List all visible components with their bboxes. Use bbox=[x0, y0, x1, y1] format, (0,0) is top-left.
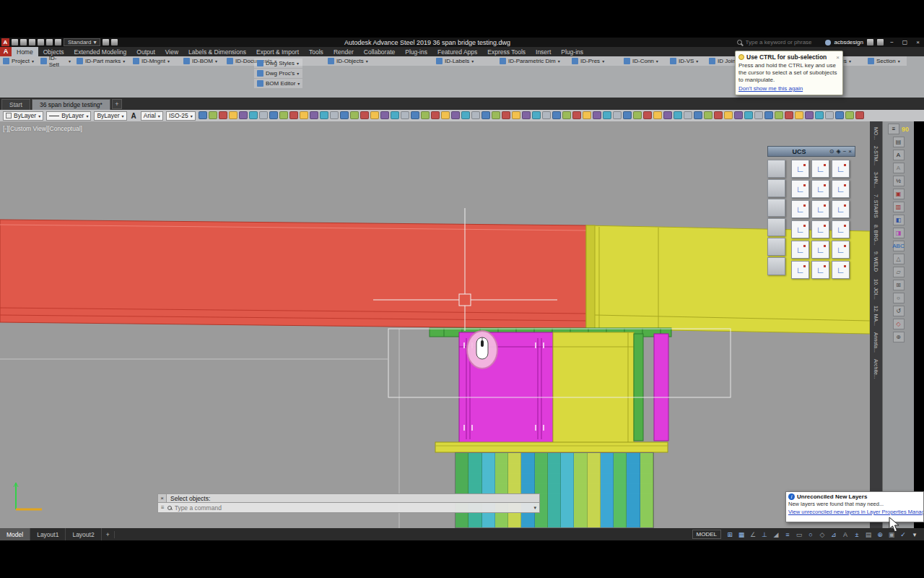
search-icon[interactable] bbox=[737, 40, 742, 45]
palette-tool-icon[interactable]: ◧ bbox=[893, 215, 905, 225]
toolbar-icon[interactable] bbox=[209, 111, 217, 119]
column-segment[interactable] bbox=[601, 453, 614, 527]
palette-tool-icon[interactable]: ◨ bbox=[893, 228, 905, 238]
ribbon-tab[interactable]: Home bbox=[12, 47, 38, 56]
toolbar-icon[interactable] bbox=[552, 111, 561, 119]
ribbon-tab[interactable]: Export & Import bbox=[251, 47, 304, 56]
ucs-tool-button[interactable]: ∟ bbox=[811, 220, 829, 238]
toolbar-icon[interactable] bbox=[512, 111, 520, 119]
toolbar-icon[interactable] bbox=[259, 111, 268, 119]
connection-plate-yellow[interactable] bbox=[553, 332, 634, 447]
close-icon[interactable]: × bbox=[836, 54, 840, 61]
close-button[interactable]: × bbox=[913, 39, 923, 46]
minimize-button[interactable]: − bbox=[887, 39, 897, 46]
toolbar-icon[interactable] bbox=[583, 111, 591, 119]
status-toggle-icon[interactable]: ≡ bbox=[783, 530, 793, 539]
toolbar-icon[interactable] bbox=[855, 111, 864, 119]
stiffener-magenta[interactable] bbox=[654, 334, 668, 441]
ucs-aux-button[interactable] bbox=[767, 199, 785, 217]
toolbar-icon[interactable] bbox=[492, 111, 500, 119]
status-toggle-icon[interactable]: ○ bbox=[806, 530, 816, 539]
signed-in-user[interactable]: acbsdesign bbox=[834, 39, 863, 46]
toolbar-icon[interactable] bbox=[522, 111, 531, 119]
ucs-tool-button[interactable]: ∟ bbox=[811, 200, 829, 218]
status-toggle-icon[interactable]: ◢ bbox=[771, 530, 781, 539]
status-toggle-icon[interactable]: ⊿ bbox=[829, 530, 839, 539]
ribbon-tab[interactable]: Labels & Dimensions bbox=[183, 47, 251, 56]
minimize-icon[interactable]: − bbox=[843, 148, 847, 155]
app-logo-icon[interactable]: A bbox=[1, 38, 9, 46]
ucs-tool-button[interactable]: ∟ bbox=[832, 241, 850, 259]
ucs-tool-button[interactable]: ∟ bbox=[791, 200, 809, 218]
toolbar-icon[interactable] bbox=[239, 111, 248, 119]
ucs-tool-button[interactable]: ∟ bbox=[791, 241, 809, 259]
toolbar-icon[interactable] bbox=[542, 111, 551, 119]
status-toggle-icon[interactable]: ⊕ bbox=[875, 530, 885, 539]
palette-tab[interactable]: 3-HN... bbox=[873, 172, 879, 188]
toolbar-icon[interactable] bbox=[229, 111, 237, 119]
toolbar-icon[interactable] bbox=[643, 111, 652, 119]
toolbar-icon[interactable] bbox=[421, 111, 430, 119]
dim-style-dropdown[interactable]: ISO-25 ▾ bbox=[166, 111, 196, 121]
pier-cap-strip[interactable] bbox=[435, 442, 668, 452]
ucs-tool-button[interactable]: ∟ bbox=[832, 200, 850, 218]
palette-tool-icon[interactable]: ABC bbox=[893, 241, 905, 251]
close-icon[interactable]: × bbox=[848, 148, 852, 155]
toolbar-icon[interactable] bbox=[623, 111, 632, 119]
ribbon-menu-row[interactable]: ID-VS ▾ bbox=[667, 56, 706, 66]
toolbar-icon[interactable] bbox=[724, 111, 733, 119]
command-input[interactable] bbox=[175, 504, 531, 512]
toolbar-icon[interactable] bbox=[391, 111, 399, 119]
palette-tab[interactable]: 9. WELD bbox=[873, 251, 879, 272]
toolbar-icon[interactable] bbox=[300, 111, 308, 119]
toolbar-icon[interactable] bbox=[714, 111, 723, 119]
toolbar-icon[interactable] bbox=[431, 111, 440, 119]
toolbar-icon[interactable] bbox=[795, 111, 803, 119]
drawing-canvas[interactable]: [-][Custom View][Conceptual] UCS ⊙ ◈ − ×… bbox=[0, 121, 870, 528]
toolbar-icon[interactable] bbox=[279, 111, 288, 119]
open-file-icon[interactable] bbox=[20, 39, 27, 46]
ribbon-menu-row[interactable]: ID-BOM ▾ bbox=[180, 56, 224, 66]
redo-icon[interactable] bbox=[55, 39, 61, 46]
ribbon-tab[interactable]: Tools bbox=[304, 47, 328, 56]
column-segment[interactable] bbox=[640, 453, 653, 527]
status-toggle-icon[interactable]: ▦ bbox=[736, 530, 746, 539]
toolbar-icon[interactable] bbox=[825, 111, 834, 119]
toolbar-icon[interactable] bbox=[734, 111, 743, 119]
ribbon-tab[interactable]: Objects bbox=[38, 47, 69, 56]
status-toggle-icon[interactable]: ◇ bbox=[817, 530, 827, 539]
toolbar-icon[interactable] bbox=[572, 111, 581, 119]
ribbon-tab[interactable]: Plug-ins bbox=[556, 47, 588, 56]
palette-tab[interactable]: MO... bbox=[873, 127, 879, 139]
toolbar-icon[interactable] bbox=[249, 111, 258, 119]
ribbon-menu-row[interactable]: ID-Conn ▾ bbox=[621, 56, 667, 66]
toolbar-icon[interactable] bbox=[785, 111, 793, 119]
chevron-down-icon[interactable]: ▾ bbox=[533, 505, 536, 511]
toolbar-icon[interactable] bbox=[704, 111, 712, 119]
ribbon-menu-row[interactable]: ID-Objects ▾ bbox=[325, 56, 433, 66]
workspace-dropdown[interactable]: Standard ▾ bbox=[64, 38, 100, 46]
ucs-aux-button[interactable] bbox=[767, 160, 785, 178]
girder-left[interactable] bbox=[0, 220, 586, 329]
ucs-tool-button[interactable]: ∟ bbox=[811, 180, 829, 198]
ucs-aux-button[interactable] bbox=[767, 257, 785, 275]
toolbar-icon[interactable] bbox=[461, 111, 470, 119]
toolbar-icon[interactable] bbox=[269, 111, 278, 119]
palette-tool-icon[interactable]: ▥ bbox=[893, 202, 905, 212]
ribbon-menu-row[interactable]: Dwg Proc's ▾ bbox=[254, 69, 302, 78]
pin-icon[interactable]: ◈ bbox=[837, 148, 841, 155]
palette-tool-icon[interactable]: △ bbox=[893, 254, 905, 264]
linetype-dropdown[interactable]: ByLayer ▾ bbox=[46, 111, 91, 121]
toolbar-icon[interactable] bbox=[320, 111, 328, 119]
status-toggle-icon[interactable]: A bbox=[840, 530, 850, 539]
ucs-tool-button[interactable]: ∟ bbox=[811, 261, 829, 279]
ucs-tool-button[interactable]: ∟ bbox=[791, 180, 809, 198]
save-icon[interactable] bbox=[29, 39, 35, 46]
toolbar-icon[interactable] bbox=[815, 111, 824, 119]
help-icon[interactable] bbox=[877, 39, 884, 46]
ribbon-menu-row[interactable]: ID-Part marks ▾ bbox=[74, 56, 130, 66]
ribbon-tab[interactable]: Collaborate bbox=[359, 47, 400, 56]
layout-tab[interactable]: Layout2 bbox=[66, 528, 101, 540]
column-segment[interactable] bbox=[508, 453, 521, 527]
undo-icon[interactable] bbox=[46, 39, 53, 46]
